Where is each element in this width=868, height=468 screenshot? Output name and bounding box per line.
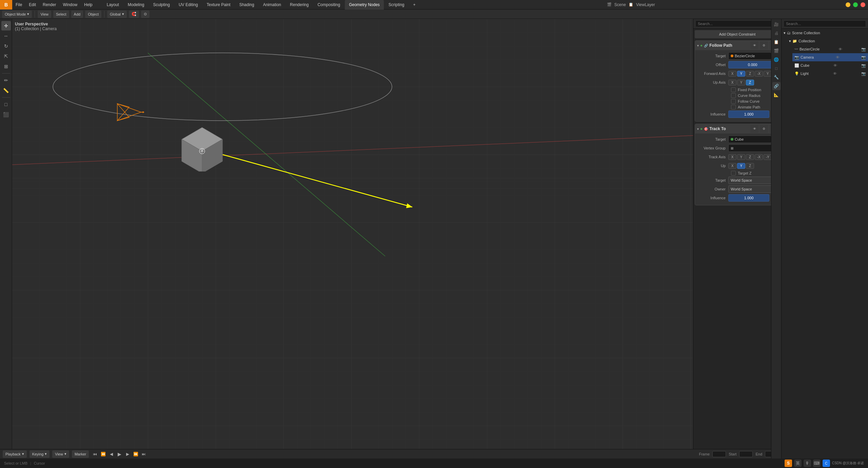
tt-influence-value[interactable]: 1.000 — [728, 194, 769, 202]
track-to-header[interactable]: ▾ ● 🎯 Track To 👁 ⚙ ✕ — [695, 124, 780, 134]
vertex-group-value[interactable]: ⊞ — [728, 144, 777, 152]
forward-neg-y-btn[interactable]: Y — [764, 71, 772, 77]
tab-compositing[interactable]: Compositing — [313, 0, 344, 9]
cursor-tool[interactable]: ✛ — [1, 21, 11, 30]
rotate-tool[interactable]: ↻ — [1, 41, 11, 51]
select-menu[interactable]: Select — [53, 11, 69, 18]
prev-frame-btn[interactable]: ◀ — [108, 451, 115, 457]
follow-curve-checkbox[interactable] — [731, 99, 736, 104]
tab-modeling[interactable]: Modeling — [124, 0, 149, 9]
cube-eye-icon[interactable]: 👁 — [833, 63, 837, 67]
track-to-eye[interactable]: 👁 — [750, 125, 758, 133]
next-keyframe-btn[interactable]: ⏩ — [132, 451, 139, 457]
annotate-tool[interactable]: ✏ — [1, 76, 11, 85]
tab-add[interactable]: + — [409, 0, 420, 9]
object-props-icon[interactable]: □ — [772, 64, 781, 73]
constraint-props-icon[interactable]: 🔗 — [772, 82, 781, 90]
start-frame-input[interactable]: 1 — [739, 451, 753, 457]
global-selector[interactable]: Global ▾ — [107, 11, 127, 18]
bezier-eye-icon[interactable]: 👁 — [839, 47, 842, 51]
marker-menu[interactable]: Marker — [72, 450, 89, 458]
object-menu[interactable]: Object — [85, 11, 101, 18]
mode-selector[interactable]: Object Mode ▾ — [2, 11, 32, 18]
world-props-icon[interactable]: 🌐 — [772, 56, 781, 64]
taskbar-icon-2[interactable]: 英 — [794, 460, 802, 467]
menu-help[interactable]: Help — [81, 0, 96, 9]
menu-file[interactable]: File — [12, 0, 25, 9]
timeline-view-menu[interactable]: View ▾ — [52, 450, 69, 458]
outliner-cube[interactable]: ⬜ Cube 👁 📷 — [792, 61, 868, 69]
fp-influence-value[interactable]: 1.000 — [728, 110, 769, 118]
fixed-position-checkbox[interactable] — [731, 87, 736, 92]
outliner-collection[interactable]: ▾ 📁 Collection — [787, 37, 868, 45]
light-render-icon[interactable]: 📷 — [861, 72, 866, 76]
outliner-light[interactable]: 💡 Light 👁 📷 — [792, 69, 868, 78]
track-up-y-btn[interactable]: Y — [737, 163, 745, 169]
current-frame-input[interactable]: 1 — [712, 451, 726, 457]
follow-path-eye[interactable]: 👁 — [750, 41, 758, 49]
up-y-btn[interactable]: Y — [737, 80, 745, 85]
play-btn[interactable]: ▶ — [116, 451, 123, 457]
forward-y-btn[interactable]: Y — [737, 71, 745, 77]
viewlayer-name[interactable]: ViewLayer — [636, 2, 655, 7]
track-neg-x-btn[interactable]: -X — [755, 154, 763, 160]
tab-scripting[interactable]: Scripting — [384, 0, 409, 9]
window-close[interactable] — [861, 2, 865, 7]
snap-btn[interactable]: 🧲 — [129, 11, 139, 18]
camera-eye-icon[interactable]: 👁 — [836, 55, 840, 59]
tab-layout[interactable]: Layout — [103, 0, 123, 9]
add-menu[interactable]: Add — [71, 11, 83, 18]
scale-tool[interactable]: ⇱ — [1, 52, 11, 61]
track-enabled-icon[interactable]: ● — [700, 126, 703, 131]
target-field[interactable]: BezierCircle — [728, 52, 771, 60]
light-eye-icon[interactable]: 👁 — [833, 72, 837, 76]
add-cube[interactable]: ⬛ — [1, 110, 11, 119]
view-menu[interactable]: View — [38, 11, 51, 18]
cube-object[interactable] — [178, 124, 222, 168]
move-tool[interactable]: ↔ — [1, 31, 11, 41]
follow-path-settings[interactable]: ⚙ — [760, 41, 768, 49]
taskbar-icon-mic[interactable]: 🎙 — [804, 460, 811, 467]
track-neg-y-btn[interactable]: -Y — [764, 154, 772, 160]
follow-path-header[interactable]: ▾ ● 🔗 Follow Path 👁 ⚙ ✕ — [695, 41, 780, 50]
3d-viewport[interactable]: User Perspective (1) Collection | Camera… — [12, 19, 781, 449]
tab-texture-paint[interactable]: Texture Paint — [203, 0, 235, 9]
forward-z-btn[interactable]: Z — [746, 71, 754, 77]
jump-end-btn[interactable]: ⏭ — [140, 451, 147, 457]
add-constraint-btn[interactable]: Add Object Constraint — [695, 30, 780, 38]
taskbar-icon-keyboard[interactable]: ⌨ — [813, 460, 821, 467]
up-x-btn[interactable]: X — [728, 80, 736, 85]
tab-sculpting[interactable]: Sculpting — [149, 0, 174, 9]
data-props-icon[interactable]: 📐 — [772, 91, 781, 99]
view-layer-props-icon[interactable]: 📋 — [772, 38, 781, 46]
playback-menu[interactable]: Playback ▾ — [3, 450, 27, 458]
measure-tool[interactable]: 📏 — [1, 86, 11, 95]
select-box[interactable]: □ — [1, 100, 11, 109]
track-to-settings[interactable]: ⚙ — [760, 125, 768, 133]
menu-render[interactable]: Render — [39, 0, 59, 9]
forward-neg-x-btn[interactable]: -X — [755, 71, 763, 77]
transform-tool[interactable]: ⊞ — [1, 62, 11, 71]
curve-radius-checkbox[interactable] — [731, 93, 736, 98]
menu-window[interactable]: Window — [59, 0, 81, 9]
track-up-x-btn[interactable]: X — [728, 163, 736, 169]
tab-geometry-nodes[interactable]: Geometry Nodes — [345, 0, 384, 9]
cube-render-icon[interactable]: 📷 — [861, 63, 866, 68]
forward-x-btn[interactable]: X — [728, 71, 736, 77]
window-maximize[interactable] — [853, 2, 858, 7]
taskbar-icon-1[interactable]: S — [785, 460, 792, 467]
tab-shading[interactable]: Shading — [235, 0, 258, 9]
outliner-bezier-circle[interactable]: 〰 BezierCircle 👁 📷 — [792, 45, 868, 53]
target-space-dropdown[interactable]: World Space ▾ — [728, 177, 777, 184]
tab-rendering[interactable]: Rendering — [286, 0, 313, 9]
target-z-checkbox[interactable] — [731, 171, 736, 176]
tab-animation[interactable]: Animation — [259, 0, 285, 9]
camera-render-icon[interactable]: 📷 — [861, 55, 866, 60]
render-props-icon[interactable]: 🎥 — [772, 20, 781, 28]
offset-value[interactable]: 0.000 — [728, 61, 777, 68]
track-y-btn[interactable]: Y — [737, 154, 745, 160]
proportional-edit[interactable]: ⊙ — [141, 11, 150, 18]
track-x-btn[interactable]: X — [728, 154, 736, 160]
owner-space-dropdown[interactable]: World Space ▾ — [728, 185, 777, 193]
properties-search[interactable] — [695, 20, 779, 27]
